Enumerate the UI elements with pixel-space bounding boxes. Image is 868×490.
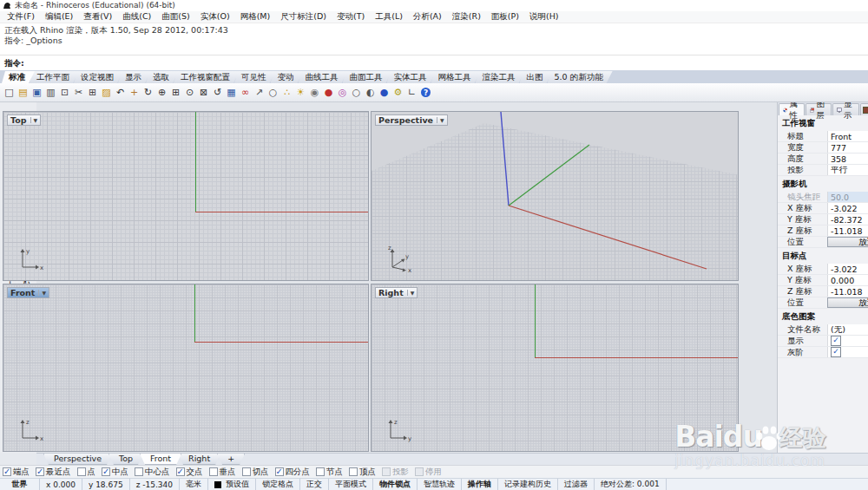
osnap-item[interactable]: 投影 [382,467,409,478]
panel-row[interactable]: 标题 Front [778,131,868,142]
zoom-window-icon[interactable]: ⊞ [169,86,182,100]
panel-row[interactable]: 高度 358 [778,154,868,165]
save-file-icon[interactable]: ▣ [30,86,43,100]
toolbar-tab[interactable]: 曲面工具 [343,71,392,83]
cplane-link-icon[interactable]: ∟ [405,86,418,100]
viewport-menu-arrow-icon[interactable]: ▼ [407,290,415,296]
checkbox-icon[interactable] [349,467,358,476]
osnap-item[interactable]: 四分点 [275,467,311,478]
toolbar-tab[interactable]: 可见性 [234,71,276,83]
checkbox-icon[interactable] [176,467,185,476]
viewport-tab[interactable]: Right [178,454,220,465]
menu-item[interactable]: 尺寸标注(D) [275,11,332,23]
checkbox-icon[interactable] [3,467,11,476]
print-icon[interactable]: ▥ [44,86,57,100]
status-cell[interactable]: 绝对公差: 0.001 [595,479,667,490]
panel-tab-layers[interactable]: 图层 [806,103,832,115]
osnap-item[interactable]: 点 [77,467,96,478]
checkbox-icon[interactable] [209,467,218,476]
pan-hand-icon[interactable]: + [128,86,141,100]
osnap-item[interactable]: 中心点 [135,467,170,478]
panel-row[interactable]: 显示 [778,336,868,347]
status-cell[interactable]: 锁定格点 [256,479,300,490]
toolbar-tab[interactable]: 变动 [271,71,304,83]
status-cell[interactable]: y 18.675 [82,479,130,490]
gear-options-icon[interactable]: ⚙ [391,86,404,100]
toolbar-tab[interactable]: 工作平面 [30,71,79,83]
viewport-menu-arrow-icon[interactable]: ▼ [38,290,46,296]
menu-item[interactable]: 实体(O) [195,11,235,23]
menu-item[interactable]: 曲线(C) [117,11,156,23]
color-wheel-icon[interactable]: ◎ [336,86,349,100]
toolbar-tab[interactable]: 显示 [118,71,151,83]
menu-item[interactable]: 曲面(S) [156,11,194,23]
toolbar-tab[interactable]: 出图 [520,71,553,83]
panel-row-value[interactable]: 放置 [827,237,868,247]
checkbox-icon[interactable] [415,467,424,476]
panel-row[interactable]: Y 座标 -82.372 [778,214,868,225]
undo-view-icon[interactable]: ↺ [211,86,224,100]
panel-row[interactable]: X 座标 -3.022 [778,203,868,214]
status-cell[interactable]: 毫米 [180,479,208,490]
render-red-icon[interactable]: ● [322,86,335,100]
viewport-menu-arrow-icon[interactable]: ▼ [30,117,38,123]
osnap-item[interactable]: 最近点 [36,467,71,478]
viewport-menu-arrow-icon[interactable]: ▼ [437,117,444,123]
panel-row-value[interactable]: 平行 [827,165,868,175]
viewport-tab[interactable]: Front [140,454,181,465]
viewport-tab[interactable]: Top [108,454,143,465]
rotate-view-icon[interactable]: ↻ [141,86,155,100]
points-mode-icon[interactable]: ∴ [280,86,293,100]
undo-icon[interactable]: ↶ [114,86,127,100]
panel-row-value[interactable] [827,347,868,357]
zoom-selected-icon[interactable]: ⊙ [183,86,196,100]
toolbar-tab[interactable]: 5.0 的新功能 [548,71,613,83]
panel-row[interactable]: Y 座标 0.000 [778,275,868,286]
lock-icon[interactable]: ◉ [308,86,321,100]
checkbox-icon[interactable] [77,467,86,476]
rotate-icon[interactable]: ○ [266,86,279,100]
panel-row-value[interactable]: -82.372 [827,214,868,225]
menu-item[interactable]: 查看(V) [78,11,117,23]
command-history[interactable]: 正在载入 Rhino 渲染，版本 1.50, Sep 28 2012, 00:1… [0,23,868,55]
panel-row[interactable]: Z 座标 -11.018 [778,286,868,297]
panel-row-value[interactable]: Front [827,131,868,141]
status-cell[interactable]: 平面模式 [329,479,373,490]
toolbar-tab[interactable]: 实体工具 [387,71,437,83]
zoom-extents-icon[interactable]: ⊠ [197,86,210,100]
render-gray-icon[interactable]: ◐ [364,86,377,100]
osnap-item[interactable]: 切点 [242,467,269,478]
panel-row[interactable]: 灰阶 [778,347,868,358]
viewport-front[interactable]: Front ▼ z x [3,284,369,452]
status-cell[interactable]: z -15.340 [130,479,180,490]
menu-item[interactable]: 说明(H) [524,11,564,23]
glasses-icon[interactable]: ∞ [239,86,252,100]
render-white-icon[interactable]: ○ [350,86,363,100]
menu-item[interactable]: 渲染(R) [447,11,486,23]
checkbox-icon[interactable] [36,467,44,476]
export-icon[interactable]: ⊡ [58,86,71,100]
osnap-item[interactable]: 交点 [176,467,203,478]
new-file-icon[interactable]: □ [3,86,16,100]
viewport-perspective[interactable]: Perspective ▼ z y x [371,111,739,281]
status-cell[interactable]: 记录建构历史 [498,479,558,490]
toolbar-tab[interactable]: 选取 [146,71,179,83]
menu-item[interactable]: 文件(F) [2,11,40,23]
status-cell[interactable]: 预设值 [208,479,256,490]
panel-row-value[interactable]: -3.022 [827,203,868,213]
command-prompt[interactable]: 指令: [0,55,868,70]
menu-item[interactable]: 面板(P) [486,11,524,23]
viewport-perspective-label[interactable]: Perspective ▼ [375,114,448,126]
render-blue-icon[interactable]: ● [378,86,391,100]
cut-icon[interactable]: ✂ [72,86,85,100]
osnap-item[interactable]: 垂点 [209,467,236,478]
status-cell[interactable]: 过滤器 [558,479,595,490]
move-icon[interactable]: ↗ [253,86,266,100]
panel-row[interactable]: 文件名称 (无) [778,324,868,336]
toolbar-tab[interactable]: 渲染工具 [476,71,525,83]
panel-row-value[interactable]: (无) [827,324,868,335]
panel-row-value[interactable] [827,336,868,346]
panel-row-value[interactable]: -11.018 [827,225,868,236]
toolbar-tab[interactable]: 网格工具 [431,71,481,83]
status-cell[interactable]: 世界 [0,479,40,490]
